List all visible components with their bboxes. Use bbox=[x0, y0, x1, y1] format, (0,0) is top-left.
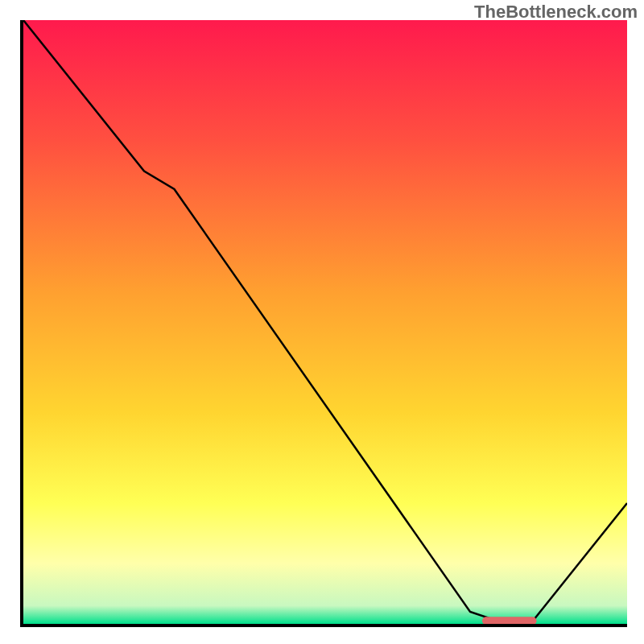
gradient-background bbox=[23, 20, 627, 624]
optimal-marker bbox=[482, 617, 537, 624]
plot-area bbox=[20, 20, 627, 627]
watermark-text: TheBottleneck.com bbox=[474, 2, 638, 23]
chart-container: TheBottleneck.com bbox=[0, 0, 644, 644]
plot-svg bbox=[23, 20, 627, 624]
